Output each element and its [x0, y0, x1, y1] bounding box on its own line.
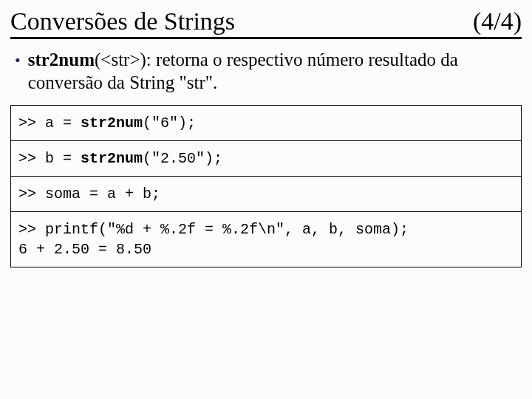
- code-box-1: >> a = str2num("6");: [10, 105, 522, 141]
- code-line: printf("%d + %.2f = %.2f\n", a, b, soma)…: [36, 221, 409, 238]
- code-keyword: str2num: [81, 115, 143, 132]
- code-result: 6 + 2.50 = 8.50: [18, 241, 151, 258]
- code-pre: a =: [36, 115, 81, 132]
- slide-header: Conversões de Strings (4/4): [10, 7, 522, 39]
- code-box-4: >> printf("%d + %.2f = %.2f\n", a, b, so…: [10, 212, 522, 267]
- prompt: >>: [18, 185, 36, 202]
- code-post: ("2.50");: [143, 150, 222, 167]
- prompt: >>: [18, 150, 36, 167]
- bullet-icon: •: [15, 50, 21, 71]
- bullet-item: • str2num(<str>): retorna o respectivo n…: [10, 48, 522, 105]
- code-pre: b =: [36, 150, 81, 167]
- code-post: ("6");: [143, 115, 196, 132]
- function-name: str2num: [28, 50, 95, 69]
- prompt: >>: [18, 115, 36, 132]
- bullet-text: str2num(<str>): retorna o respectivo núm…: [28, 48, 517, 95]
- code-keyword: str2num: [81, 150, 143, 167]
- slide: Conversões de Strings (4/4) • str2num(<s…: [0, 0, 532, 399]
- function-arg: (<str>): [95, 50, 146, 69]
- code-blocks: >> a = str2num("6"); >> b = str2num("2.5…: [10, 105, 522, 267]
- slide-pager: (4/4): [473, 7, 522, 35]
- prompt: >>: [18, 221, 36, 238]
- code-line: soma = a + b;: [36, 185, 160, 202]
- slide-title: Conversões de Strings: [10, 7, 235, 35]
- code-box-3: >> soma = a + b;: [10, 177, 522, 212]
- code-box-2: >> b = str2num("2.50");: [10, 141, 522, 177]
